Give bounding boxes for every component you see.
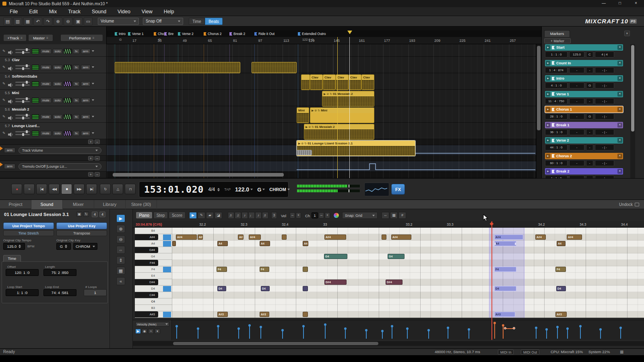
velocity-draw-icon[interactable]: ◉ — [142, 329, 147, 334]
tap-tempo-button[interactable]: TAP — [224, 187, 231, 191]
clip-clav[interactable]: Clav — [323, 74, 336, 90]
automation-preview[interactable] — [64, 98, 72, 103]
mute-button[interactable]: mute — [40, 98, 52, 103]
close-button[interactable]: × — [628, 0, 644, 7]
clip-loop-icon[interactable]: ↻ — [330, 93, 332, 96]
pan-slider[interactable] — [15, 68, 30, 69]
marker-position[interactable]: 4 : 1 : 0 — [545, 82, 568, 88]
clip-header[interactable]: ▶⊘↻Mini — [310, 108, 374, 113]
slider-thumb[interactable] — [22, 117, 24, 119]
draw-tool-icon[interactable]: ✎ — [2, 131, 7, 135]
transpose-button[interactable]: Transpose — [56, 230, 107, 236]
menu-view[interactable]: View — [136, 7, 158, 16]
draw-tool-icon[interactable]: ✎ — [2, 49, 7, 53]
velocity-stem[interactable] — [503, 326, 504, 339]
time-section-tab[interactable]: Time — [3, 255, 21, 262]
midi-note-f4[interactable]: F4 — [555, 267, 566, 272]
stop-button[interactable]: ■ — [61, 184, 72, 194]
clip-header[interactable]: Clav — [310, 75, 322, 80]
midi-note-a4[interactable]: A4 — [494, 241, 516, 246]
spinner-icon[interactable] — [217, 188, 220, 191]
lane-arm-button[interactable]: arm — [4, 148, 15, 153]
clip-01-messiah-2[interactable]: ▶⊘↻01 Messiah 2 — [322, 91, 374, 107]
marker-position[interactable]: 1 : 1 : 0 — [545, 51, 568, 58]
timeline-marker-ride-it-out[interactable]: Ride it Out — [254, 31, 275, 37]
velocity-stem[interactable] — [536, 328, 537, 339]
pan-slider[interactable] — [15, 52, 30, 53]
mode-tab-step[interactable]: Step — [153, 212, 168, 219]
minimize-button[interactable]: — — [596, 0, 612, 7]
new-project-icon[interactable]: ▤ — [3, 17, 12, 25]
undo-icon[interactable]: ↶ — [33, 17, 42, 25]
draw-tool-icon[interactable]: ✎ — [198, 212, 205, 219]
clip-sig-denominator[interactable]: 4 — [99, 212, 105, 217]
velocity-stem[interactable] — [218, 327, 219, 339]
snap-dropdown[interactable]: Snap: Grid — [342, 212, 378, 219]
velocity-dot[interactable] — [447, 327, 449, 329]
fx-button[interactable]: fx — [73, 49, 79, 54]
marker-expand-button[interactable]: ▸ — [546, 61, 550, 66]
time-stretch-button[interactable]: Time Stretch — [3, 230, 54, 236]
marker-position[interactable]: 1 : 1 : 0 — [545, 175, 568, 178]
velocity-stem[interactable] — [303, 327, 304, 339]
midi-note-a4[interactable]: A4 — [217, 241, 228, 246]
preview-button[interactable]: ▶ — [116, 214, 125, 222]
note-resize-handle[interactable] — [494, 243, 496, 245]
solo-button[interactable]: solo — [53, 49, 63, 54]
save-icon[interactable]: ▦ — [23, 17, 32, 25]
velocity-lane[interactable]: Velocity (Note)▶◉≈▾ — [133, 320, 644, 340]
marker-delete-button[interactable]: × — [617, 107, 622, 112]
collapse-button[interactable]: « — [116, 277, 125, 285]
midi-note-a-4[interactable]: A#4 — [391, 234, 411, 240]
note-resize-handle[interactable] — [515, 243, 516, 245]
marker-tempo[interactable]: - — [569, 82, 584, 88]
note-half-icon[interactable]: ♪ — [255, 212, 262, 219]
velocity-ramp-dot[interactable] — [504, 327, 506, 329]
track-name[interactable]: Messiah 2 — [12, 107, 29, 111]
midi-note-a4[interactable]: A4 — [557, 241, 566, 246]
velocity-stem[interactable] — [260, 327, 261, 339]
timeline-bar-numbers[interactable]: GG122.0 G1733496581971131291451611771932… — [107, 37, 541, 44]
midi-note-a-4[interactable]: A#4 — [535, 234, 546, 240]
marker-delete-button[interactable]: × — [617, 76, 622, 81]
slider-thumb[interactable] — [26, 97, 28, 100]
velocity-dot[interactable] — [381, 330, 384, 332]
clip[interactable] — [115, 62, 240, 73]
note-8th-icon[interactable]: ♪ — [242, 212, 248, 219]
snap-mode-dropdown[interactable]: Snap Off — [143, 18, 183, 25]
arm-button[interactable]: arm — [81, 81, 91, 86]
select-tool-icon[interactable]: ▶ — [189, 212, 197, 219]
mute-button[interactable]: mute — [40, 131, 52, 136]
clip-clav[interactable]: Clav — [349, 74, 361, 90]
slider-thumb[interactable] — [26, 81, 28, 84]
slider-thumb[interactable] — [26, 114, 28, 117]
velocity-stem[interactable] — [325, 325, 326, 339]
length-input[interactable]: 75: 2 :850 — [43, 269, 76, 276]
midi-in-indicator[interactable]: MIDI In — [498, 350, 514, 355]
marker-signature[interactable]: - | - — [595, 82, 614, 88]
marker-expand-button[interactable]: ▸ — [546, 45, 550, 50]
key-control[interactable]: G — [257, 187, 265, 193]
go-to-start-button[interactable]: |◀ — [36, 184, 47, 194]
piano-key-f-4[interactable]: F#4 — [135, 260, 172, 266]
velocity-dot[interactable] — [302, 325, 305, 327]
velocity-stem[interactable] — [176, 327, 177, 339]
zoom-out-icon[interactable]: ⊖ — [64, 17, 72, 25]
piano-key-e4[interactable]: E4 — [135, 273, 172, 279]
slider-thumb[interactable] — [22, 84, 24, 86]
midi-note-a-4[interactable]: A#4 — [567, 234, 582, 240]
velocity-menu-icon[interactable]: ▾ — [155, 329, 160, 334]
draw-tool-icon[interactable]: ✎ — [2, 65, 7, 69]
track-name[interactable]: Mini — [12, 91, 19, 95]
marker-delete-button[interactable]: × — [617, 92, 622, 97]
marker-name-row[interactable]: ▸Count In× — [545, 60, 623, 66]
slider-thumb[interactable] — [26, 48, 28, 51]
marker-key[interactable]: - — [586, 129, 593, 135]
clip-mini[interactable]: ▶⊘↻Mini — [310, 107, 374, 123]
timeline-marker-verse-2[interactable]: Verse 2 — [178, 31, 194, 37]
use-project-key-button[interactable]: Use Project Key — [56, 222, 107, 229]
mute-button[interactable]: mute — [40, 65, 52, 70]
velocity-stem[interactable] — [382, 331, 383, 339]
timeline-marker-intro[interactable]: Intro — [115, 31, 126, 37]
velocity-dot[interactable] — [406, 327, 409, 330]
